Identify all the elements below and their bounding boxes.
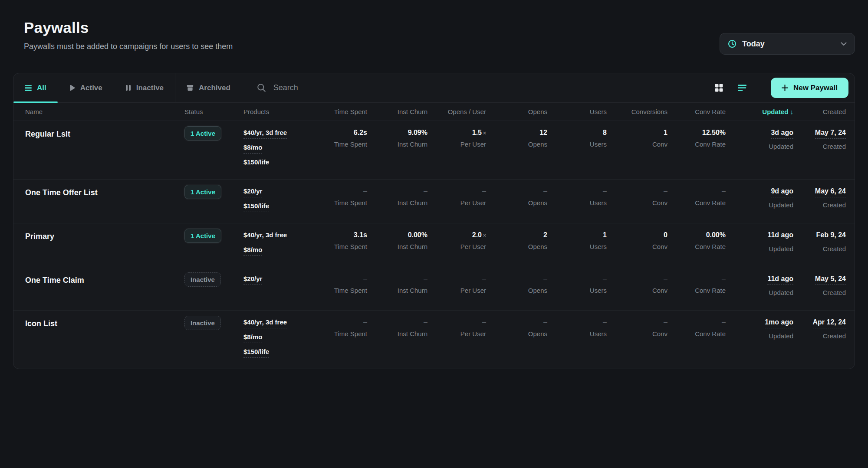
stat-value: 0.00% (367, 231, 427, 239)
stat-opens: 12Opens (486, 129, 547, 148)
stat-label: Conv (607, 199, 667, 206)
stat-label: Per User (427, 243, 486, 250)
page-subtitle: Paywalls must be added to campaigns for … (24, 42, 233, 51)
stat-value: 1 (547, 231, 607, 239)
stat-inst-churn: –Inst Churn (367, 275, 427, 294)
stat-value: – (486, 275, 547, 283)
column-header-name[interactable]: Name (25, 108, 184, 115)
column-header-created[interactable]: Created (793, 108, 846, 115)
stat-label: Updated (726, 201, 793, 209)
tab-archived[interactable]: Archived (175, 73, 242, 102)
stat-conv-rate: –Conv Rate (667, 275, 726, 294)
product-price[interactable]: $40/yr, 3d free (243, 318, 287, 328)
column-header-time-spent[interactable]: Time Spent (306, 108, 367, 115)
stat-label: Users (547, 243, 607, 250)
created-value: Feb 9, 24 (793, 231, 846, 241)
search-input[interactable] (273, 83, 456, 92)
updated-cell: 3d agoUpdated (726, 129, 793, 150)
product-price[interactable]: $150/life (243, 202, 269, 212)
stat-label: Per User (427, 199, 486, 206)
stat-opens: 2Opens (486, 231, 547, 250)
column-header-inst-churn[interactable]: Inst Churn (367, 108, 427, 115)
table-row[interactable]: Regular Lsit1 Active$40/yr, 3d free$8/mo… (13, 121, 855, 180)
product-price[interactable]: $150/life (243, 158, 269, 168)
updated-value: 3d ago (726, 129, 793, 139)
stat-label: Conv Rate (667, 243, 726, 250)
product-price[interactable]: $40/yr, 3d free (243, 231, 287, 241)
created-date[interactable]: Feb 9, 24 (816, 231, 846, 241)
paywall-name: One Time Claim (25, 275, 184, 285)
stat-label: Created (793, 332, 846, 340)
column-header-products[interactable]: Products (243, 108, 306, 115)
new-paywall-button[interactable]: New Paywall (771, 78, 848, 98)
stat-label: Conv Rate (667, 287, 726, 294)
stat-label: Users (547, 330, 607, 337)
stat-value: – (667, 187, 726, 195)
stat-label: Users (547, 287, 607, 294)
clock-icon (728, 39, 736, 48)
product-price[interactable]: $8/mo (243, 144, 262, 154)
paywall-name: Primary (25, 231, 184, 241)
stat-label: Opens (486, 141, 547, 148)
column-header-conversions[interactable]: Conversions (607, 108, 667, 115)
updated-date[interactable]: 11d ago (767, 275, 793, 285)
created-date[interactable]: May 5, 24 (815, 275, 846, 285)
column-header-opens[interactable]: Opens (486, 108, 547, 115)
table-row[interactable]: Primary1 Active$40/yr, 3d free$8/mo3.1sT… (13, 223, 855, 267)
status-cell: Inactive (184, 316, 243, 330)
created-date[interactable]: Apr 12, 24 (813, 318, 846, 328)
product-price[interactable]: $20/yr (243, 187, 262, 197)
updated-date[interactable]: 9d ago (771, 187, 793, 197)
stat-label: Opens (486, 330, 547, 337)
column-header-updated[interactable]: Updated ↓ (726, 108, 793, 115)
stat-inst-churn: 0.00%Inst Churn (367, 231, 427, 250)
table-row[interactable]: One Time Offer List1 Active$20/yr$150/li… (13, 180, 855, 223)
column-header-users[interactable]: Users (547, 108, 607, 115)
stat-label: Conv Rate (667, 199, 726, 206)
tab-all[interactable]: All (13, 73, 58, 102)
grid-view-button[interactable] (713, 82, 725, 94)
updated-date[interactable]: 11d ago (767, 231, 793, 241)
status-badge: 1 Active (184, 126, 221, 141)
tab-inactive[interactable]: Inactive (114, 73, 175, 102)
created-date[interactable]: May 6, 24 (815, 187, 846, 197)
product-price[interactable]: $8/mo (243, 333, 262, 343)
product-price[interactable]: $150/life (243, 348, 269, 358)
date-range-dropdown[interactable]: Today (720, 33, 855, 55)
stat-label: Users (547, 199, 607, 206)
product-price[interactable]: $8/mo (243, 246, 262, 256)
stat-users: 8Users (547, 129, 607, 148)
list-view-button[interactable] (736, 83, 748, 93)
updated-date[interactable]: 3d ago (771, 129, 793, 139)
stat-per-user: –Per User (427, 275, 486, 294)
column-header-opens-user[interactable]: Opens / User (427, 108, 486, 115)
stat-value: – (667, 275, 726, 283)
table-row[interactable]: One Time ClaimInactive$20/yr–Time Spent–… (13, 267, 855, 311)
stat-users: 1Users (547, 231, 607, 250)
created-cell: May 6, 24Created (793, 187, 846, 209)
stat-label: Created (793, 245, 846, 252)
stat-value: – (486, 187, 547, 195)
updated-date[interactable]: 1mo ago (765, 318, 793, 328)
stat-time-spent: 6.2sTime Spent (306, 129, 367, 148)
status-badge: Inactive (184, 316, 221, 330)
stat-value: – (367, 318, 427, 326)
table-row[interactable]: Icon ListInactive$40/yr, 3d free$8/mo$15… (13, 311, 855, 369)
stat-conv-rate: –Conv Rate (667, 187, 726, 206)
column-header-conv-rate[interactable]: Conv Rate (667, 108, 726, 115)
updated-value: 11d ago (726, 275, 793, 285)
status-cell: 1 Active (184, 126, 243, 141)
created-cell: Apr 12, 24Created (793, 318, 846, 340)
tab-active[interactable]: Active (58, 73, 114, 102)
stat-value: – (547, 187, 607, 195)
column-header-status[interactable]: Status (184, 108, 243, 115)
product-price[interactable]: $40/yr, 3d free (243, 129, 287, 139)
created-value: May 6, 24 (793, 187, 846, 197)
tab-active-label: Active (80, 84, 102, 92)
stat-label: Conv (607, 141, 667, 148)
search-icon (257, 83, 266, 92)
stat-label: Updated (726, 289, 793, 296)
updated-value: 11d ago (726, 231, 793, 241)
product-price[interactable]: $20/yr (243, 275, 262, 285)
created-date[interactable]: May 7, 24 (815, 129, 846, 139)
